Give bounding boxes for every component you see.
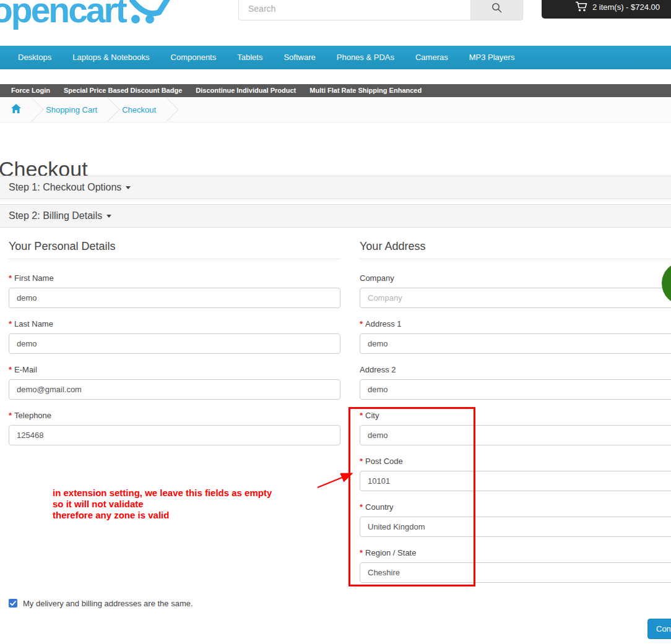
required-asterisk: * [360,548,363,557]
field-label-text: Last Name [14,319,53,328]
annotation-line: so it will not validate [53,499,374,510]
field-group-address-1: *Address 1 [360,319,671,354]
last-name-input[interactable] [9,333,340,354]
ext-menu-item-multi-flat-rate-shipping-enhanced[interactable]: Multi Flat Rate Shipping Enhanced [303,84,428,97]
magnifier-icon [491,2,502,15]
step-panel-label: Step 1: Checkout Options [9,182,121,192]
required-asterisk: * [360,411,363,420]
field-group-region-state: *Region / State [360,548,671,583]
logo-text: opencart [0,0,126,30]
field-label-telephone: *Telephone [9,411,340,421]
field-label-text: First Name [14,273,54,283]
field-label-first-name: *First Name [9,273,340,283]
field-label-text: Address 1 [365,319,402,328]
field-label-text: Address 2 [360,365,396,374]
same-address-checkbox[interactable] [9,599,17,608]
checkmark-icon [10,601,16,606]
field-label-text: E-Mail [14,365,37,374]
address-section: Your Address Company*Address 1Address 2*… [360,240,671,594]
checkout-page: opencart 2 [0,0,671,644]
nav-item-laptops-notebooks[interactable]: Laptops & Notebooks [62,46,160,69]
field-group-company: Company [360,273,671,308]
nav-item-tablets[interactable]: Tablets [227,46,273,69]
nav-item-components[interactable]: Components [160,46,227,69]
field-label-post-code: *Post Code [360,457,671,466]
caret-down-icon [126,186,131,189]
cart-total-label: 2 item(s) - $724.00 [592,2,660,12]
field-label-text: Post Code [365,457,403,466]
required-asterisk: * [9,411,12,420]
field-label-last-name: *Last Name [9,319,340,329]
personal-details-section: Your Personal Details *First Name*Last N… [9,240,340,457]
required-asterisk: * [9,365,12,374]
required-asterisk: * [9,319,12,328]
address-2-input[interactable] [360,379,671,400]
nav-item-mp3-players[interactable]: MP3 Players [459,46,526,69]
field-label-text: Company [360,273,394,283]
annotation-line: therefore any zone is valid [53,510,374,521]
field-label-text: Region / State [365,548,416,557]
caret-down-icon [106,215,111,218]
required-asterisk: * [360,457,363,466]
region-state-input[interactable] [360,562,671,583]
ext-menu-item-special-price-based-discount-badge[interactable]: Special Price Based Discount Badge [57,84,189,97]
telephone-input[interactable] [9,425,340,445]
field-group-last-name: *Last Name [9,319,340,354]
field-label-country: *Country [360,502,671,512]
address-1-input[interactable] [360,333,671,354]
breadcrumb-link-checkout[interactable]: Checkout [122,105,156,114]
company-input[interactable] [360,288,671,308]
field-label-e-mail: *E-Mail [9,365,340,375]
search-button[interactable] [470,0,523,20]
nav-item-desktops[interactable]: Desktops [7,46,62,69]
field-label-text: Telephone [14,411,51,420]
step-panel-2[interactable]: Step 2: Billing Details [0,204,671,228]
field-label-text: City [365,411,379,420]
field-group-city: *City [360,411,671,445]
personal-details-heading: Your Personal Details [9,240,340,259]
opencart-logo[interactable]: opencart [0,0,174,33]
personal-details-fields: *First Name*Last Name*E-Mail*Telephone [9,273,340,445]
ext-menu-item-discontinue-individual-product[interactable]: Discontinue Individual Product [189,84,303,97]
cart-button[interactable]: 2 item(s) - $724.00 [542,0,671,19]
breadcrumb-separator-icon [95,97,120,122]
search-input[interactable] [238,0,470,20]
search-group [238,0,523,20]
field-label-city: *City [360,411,671,421]
field-group-e-mail: *E-Mail [9,365,340,400]
annotation-text: in extension setting, we leave this fiel… [53,487,374,521]
breadcrumb: Shopping CartCheckout [0,97,671,122]
breadcrumb-separator-icon [154,97,179,122]
nav-item-cameras[interactable]: Cameras [405,46,459,69]
field-group-post-code: *Post Code [360,457,671,491]
main-nav: DesktopsLaptops & NotebooksComponentsTab… [0,46,671,69]
country-input[interactable] [360,517,671,537]
required-asterisk: * [360,319,363,328]
breadcrumb-link-shopping-cart[interactable]: Shopping Cart [46,105,97,114]
first-name-input[interactable] [9,288,340,308]
cart-swoosh-icon [129,0,174,33]
address-fields: Company*Address 1Address 2*City*Post Cod… [360,273,671,583]
post-code-input[interactable] [360,471,671,491]
extension-bar: Force LoginSpecial Price Based Discount … [0,84,671,97]
field-label-address-1: *Address 1 [360,319,671,329]
required-asterisk: * [9,273,12,283]
breadcrumb-separator-icon [19,97,44,122]
field-label-address-2: Address 2 [360,365,671,375]
nav-item-phones-pdas[interactable]: Phones & PDAs [326,46,405,69]
e-mail-input[interactable] [9,379,340,400]
field-group-address-2: Address 2 [360,365,671,400]
field-group-telephone: *Telephone [9,411,340,445]
field-label-region-state: *Region / State [360,548,671,558]
cart-icon [575,1,587,14]
step-panel-1[interactable]: Step 1: Checkout Options [0,176,671,199]
field-group-first-name: *First Name [9,273,340,308]
continue-button[interactable]: Continue [647,619,671,639]
nav-item-software[interactable]: Software [273,46,326,69]
city-input[interactable] [360,425,671,445]
annotation-line: in extension setting, we leave this fiel… [53,487,374,499]
same-address-row: My delivery and billing addresses are th… [9,598,193,609]
step-panel-label: Step 2: Billing Details [9,210,102,221]
same-address-label[interactable]: My delivery and billing addresses are th… [23,599,193,608]
ext-menu-item-force-login[interactable]: Force Login [4,84,57,97]
